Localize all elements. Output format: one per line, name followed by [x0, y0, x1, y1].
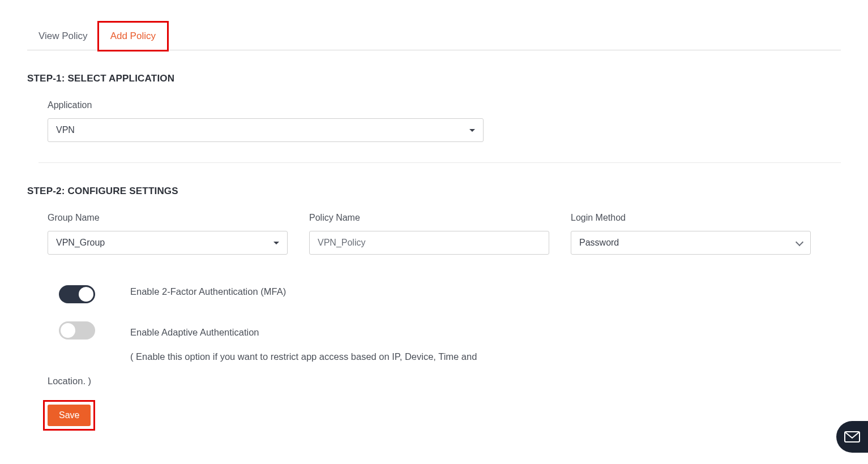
- step1-heading: STEP-1: SELECT APPLICATION: [27, 73, 841, 84]
- caret-down-icon: [469, 129, 475, 132]
- divider: [39, 162, 841, 163]
- tab-view-policy[interactable]: View Policy: [27, 23, 99, 50]
- application-dropdown[interactable]: VPN: [48, 118, 484, 142]
- login-method-label: Login Method: [571, 213, 811, 223]
- chat-widget-button[interactable]: [836, 421, 868, 453]
- adaptive-toggle[interactable]: [59, 321, 95, 340]
- tab-label: Add Policy: [110, 31, 156, 41]
- caret-down-icon: [273, 242, 279, 244]
- step2-heading: STEP-2: CONFIGURE SETTINGS: [27, 186, 841, 197]
- dropdown-value: VPN_Group: [56, 238, 105, 248]
- chevron-down-icon: [796, 239, 802, 246]
- group-name-dropdown[interactable]: VPN_Group: [48, 231, 288, 255]
- group-name-label: Group Name: [48, 213, 288, 223]
- mail-icon: [844, 431, 860, 442]
- dropdown-value: Password: [579, 238, 619, 248]
- policy-name-input[interactable]: [309, 231, 549, 255]
- tabs: View Policy Add Policy: [27, 23, 841, 50]
- adaptive-toggle-label: Enable Adaptive Authentication: [130, 320, 477, 345]
- mfa-toggle[interactable]: [59, 285, 95, 303]
- toggle-knob: [61, 323, 75, 338]
- tab-add-policy[interactable]: Add Policy: [99, 23, 167, 50]
- login-method-dropdown[interactable]: Password: [571, 231, 811, 255]
- dropdown-value: VPN: [56, 125, 75, 135]
- save-button-label: Save: [59, 410, 79, 420]
- policy-name-label: Policy Name: [309, 213, 549, 223]
- tab-label: View Policy: [39, 31, 88, 41]
- adaptive-description-line2: Location. ): [48, 369, 841, 393]
- application-label: Application: [48, 100, 841, 110]
- toggle-knob: [79, 287, 93, 302]
- mfa-toggle-label: Enable 2-Factor Authentication (MFA): [130, 284, 286, 299]
- save-button[interactable]: Save: [48, 405, 91, 426]
- adaptive-description-line1: ( Enable this option if you want to rest…: [130, 345, 477, 369]
